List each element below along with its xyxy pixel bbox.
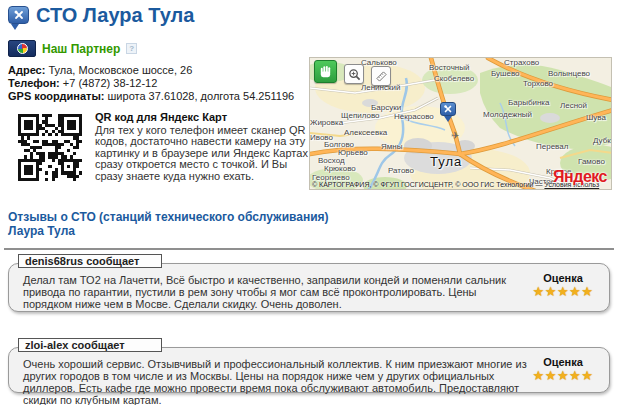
rating-label: Оценка bbox=[529, 356, 597, 368]
address-label: Адрес: bbox=[8, 64, 45, 76]
map-label: Молодежный bbox=[483, 110, 532, 119]
partner-label: Наш Партнер bbox=[42, 42, 120, 56]
map-controls bbox=[314, 60, 391, 86]
gps-label: GPS координаты: bbox=[8, 90, 104, 102]
map-label: Некрасово bbox=[394, 112, 434, 121]
map-label: Крюково bbox=[324, 164, 356, 173]
address-value: Тула, Московское шоссе, 26 bbox=[48, 64, 192, 76]
map[interactable]: СальковоВосточныйСкобелевоСтраховоБушево… bbox=[309, 57, 612, 190]
review-card: zloi-alex сообщает Очень хороший сервис.… bbox=[8, 338, 610, 396]
map-label: Щепилово bbox=[341, 111, 380, 120]
star-rating: ★★★★★ bbox=[529, 284, 597, 300]
qr-title: QR код для Яндекс Карт bbox=[95, 112, 311, 124]
map-label: Лесной bbox=[560, 101, 587, 110]
airport-icon: ✈ bbox=[451, 130, 459, 141]
gps-line: GPS координаты: широта 37.61028, долгота… bbox=[8, 90, 303, 103]
help-icon[interactable]: ? bbox=[126, 43, 137, 54]
gps-value: широта 37.61028, долгота 54.251196 bbox=[108, 90, 295, 102]
qr-text-block: QR код для Яндекс Карт Для тех у кого те… bbox=[95, 112, 311, 182]
review-author-tab: zloi-alex сообщает bbox=[18, 338, 162, 352]
map-label: Гамово bbox=[578, 157, 605, 166]
reviews-heading: Отзывы о СТО (станций технического обслу… bbox=[8, 210, 329, 238]
review-text: Очень хороший сервис. Отзывчивый и профе… bbox=[23, 358, 528, 405]
partner-row: Наш Партнер ? bbox=[8, 40, 137, 57]
qr-code-image bbox=[18, 114, 82, 181]
map-label: Алексеевка bbox=[344, 128, 387, 137]
review-box: Делал там ТО2 на Лачетти, Всё быстро и к… bbox=[8, 263, 610, 312]
review-rating: Оценка ★★★★★ bbox=[529, 356, 597, 384]
review-rating: Оценка ★★★★★ bbox=[529, 272, 597, 300]
map-label: Страхово bbox=[504, 58, 539, 67]
review-text: Делал там ТО2 на Лачетти, Всё быстро и к… bbox=[23, 274, 528, 310]
attribution-text: © КАРТОГРАФИЯ, © ФГУП ГОСГИСЦЕНТР, © ООО… bbox=[312, 181, 542, 188]
partner-logo-circle bbox=[17, 43, 28, 54]
ruler-tool-button[interactable] bbox=[371, 66, 391, 86]
map-label: Скобелево bbox=[434, 74, 474, 83]
review-box: Очень хороший сервис. Отзывчивый и профе… bbox=[8, 347, 610, 393]
review-author-tab: denis68rus сообщает bbox=[18, 254, 162, 268]
map-label: Ратово bbox=[388, 166, 414, 175]
map-label: Шува bbox=[586, 113, 606, 122]
phone-value: +7 (4872) 38-12-12 bbox=[63, 77, 157, 89]
service-pin-icon bbox=[8, 6, 29, 24]
magnifier-icon bbox=[348, 68, 361, 81]
map-label: Барыбинка bbox=[508, 98, 550, 107]
tools-icon bbox=[443, 104, 453, 114]
yandex-logo[interactable]: Яндекс bbox=[553, 168, 607, 186]
qr-description: Для тех у кого телефон имеет сканер QR к… bbox=[95, 125, 311, 183]
map-marker-icon[interactable] bbox=[440, 102, 456, 116]
map-label: Торхово bbox=[523, 79, 553, 88]
phone-line: Телефон: +7 (4872) 38-12-12 bbox=[8, 77, 303, 90]
map-label: Тула bbox=[430, 154, 462, 169]
page: СТО Лаура Тула Наш Партнер ? Адрес: Тула… bbox=[0, 0, 618, 405]
review-card: denis68rus сообщает Делал там ТО2 на Лач… bbox=[8, 254, 610, 314]
tools-icon bbox=[13, 9, 25, 21]
divider bbox=[4, 248, 614, 250]
map-label: Перевал bbox=[536, 142, 568, 151]
map-label: Бушево bbox=[491, 69, 520, 78]
page-title: СТО Лаура Тула bbox=[36, 4, 194, 27]
map-label: Жировка bbox=[310, 118, 343, 127]
contact-info: Адрес: Тула, Московское шоссе, 26 Телефо… bbox=[8, 64, 303, 103]
partner-logo bbox=[8, 40, 36, 57]
magnifier-tool-button[interactable] bbox=[344, 64, 364, 84]
ruler-icon bbox=[375, 70, 388, 83]
hand-icon bbox=[318, 64, 333, 79]
reviews-heading-line2: Лаура Тула bbox=[8, 224, 329, 238]
map-label: Восточный bbox=[429, 63, 469, 72]
map-label: Дубки bbox=[593, 136, 612, 145]
map-label: Ямны bbox=[381, 142, 402, 151]
phone-label: Телефон: bbox=[8, 77, 60, 89]
pan-tool-button[interactable] bbox=[314, 60, 337, 83]
star-rating: ★★★★★ bbox=[529, 368, 597, 384]
reviews-heading-line1: Отзывы о СТО (станций технического обслу… bbox=[8, 210, 329, 224]
rating-label: Оценка bbox=[529, 272, 597, 284]
map-label: Волынцево bbox=[548, 69, 590, 78]
address-line: Адрес: Тула, Московское шоссе, 26 bbox=[8, 64, 303, 77]
